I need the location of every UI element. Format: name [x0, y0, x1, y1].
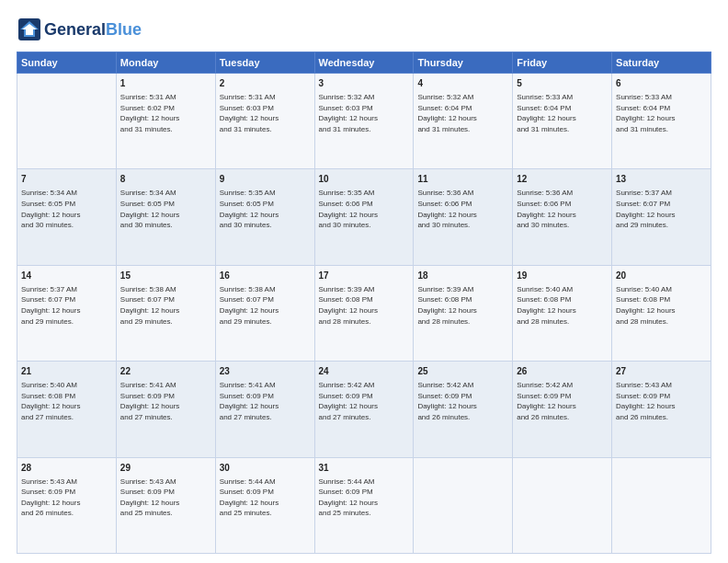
- day-info: Sunrise: 5:41 AMSunset: 6:09 PMDaylight:…: [220, 380, 311, 422]
- day-info: Sunrise: 5:35 AMSunset: 6:06 PMDaylight:…: [319, 188, 410, 230]
- col-header-wednesday: Wednesday: [314, 52, 414, 74]
- calendar-cell: 2Sunrise: 5:31 AMSunset: 6:03 PMDaylight…: [215, 74, 314, 169]
- week-row-1: 1Sunrise: 5:31 AMSunset: 6:02 PMDaylight…: [17, 74, 711, 169]
- day-info: Sunrise: 5:43 AMSunset: 6:09 PMDaylight:…: [120, 477, 211, 519]
- day-info: Sunrise: 5:36 AMSunset: 6:06 PMDaylight:…: [417, 188, 508, 230]
- day-info: Sunrise: 5:33 AMSunset: 6:04 PMDaylight:…: [616, 92, 707, 134]
- calendar-cell: 6Sunrise: 5:33 AMSunset: 6:04 PMDaylight…: [612, 74, 711, 169]
- calendar-cell: 25Sunrise: 5:42 AMSunset: 6:09 PMDayligh…: [414, 362, 513, 457]
- calendar-cell: 27Sunrise: 5:43 AMSunset: 6:09 PMDayligh…: [612, 362, 711, 457]
- day-number: 27: [616, 365, 707, 378]
- col-header-friday: Friday: [513, 52, 612, 74]
- calendar-cell: 7Sunrise: 5:34 AMSunset: 6:05 PMDaylight…: [17, 169, 117, 265]
- day-number: 6: [616, 77, 707, 90]
- day-number: 19: [517, 270, 608, 282]
- calendar-cell: [414, 457, 513, 553]
- day-info: Sunrise: 5:42 AMSunset: 6:09 PMDaylight:…: [319, 380, 410, 422]
- day-info: Sunrise: 5:40 AMSunset: 6:08 PMDaylight:…: [616, 284, 707, 327]
- day-info: Sunrise: 5:37 AMSunset: 6:07 PMDaylight:…: [21, 284, 112, 327]
- logo-icon: [17, 17, 42, 42]
- col-header-tuesday: Tuesday: [215, 52, 314, 74]
- day-number: 4: [417, 77, 508, 90]
- calendar-cell: 3Sunrise: 5:32 AMSunset: 6:03 PMDaylight…: [314, 74, 414, 169]
- day-number: 10: [319, 173, 410, 186]
- calendar-cell: [612, 457, 711, 553]
- day-number: 9: [220, 173, 311, 186]
- day-info: Sunrise: 5:43 AMSunset: 6:09 PMDaylight:…: [616, 380, 707, 422]
- calendar-cell: 23Sunrise: 5:41 AMSunset: 6:09 PMDayligh…: [215, 362, 314, 457]
- day-number: 18: [417, 270, 508, 282]
- header-row: SundayMondayTuesdayWednesdayThursdayFrid…: [17, 52, 711, 74]
- day-info: Sunrise: 5:40 AMSunset: 6:08 PMDaylight:…: [21, 380, 112, 422]
- calendar-cell: 14Sunrise: 5:37 AMSunset: 6:07 PMDayligh…: [17, 265, 117, 361]
- day-info: Sunrise: 5:38 AMSunset: 6:07 PMDaylight:…: [120, 284, 211, 327]
- day-number: 12: [517, 173, 608, 186]
- day-info: Sunrise: 5:32 AMSunset: 6:04 PMDaylight:…: [417, 92, 508, 134]
- calendar-cell: 5Sunrise: 5:33 AMSunset: 6:04 PMDaylight…: [513, 74, 612, 169]
- page: GeneralBlue SundayMondayTuesdayWednesday…: [0, 0, 728, 563]
- day-number: 5: [517, 77, 608, 90]
- day-number: 17: [319, 270, 410, 282]
- calendar-cell: 28Sunrise: 5:43 AMSunset: 6:09 PMDayligh…: [17, 457, 117, 553]
- calendar-cell: 9Sunrise: 5:35 AMSunset: 6:05 PMDaylight…: [215, 169, 314, 265]
- week-row-2: 7Sunrise: 5:34 AMSunset: 6:05 PMDaylight…: [17, 169, 711, 265]
- day-number: 3: [319, 77, 410, 90]
- day-info: Sunrise: 5:33 AMSunset: 6:04 PMDaylight:…: [517, 92, 608, 134]
- day-info: Sunrise: 5:42 AMSunset: 6:09 PMDaylight:…: [517, 380, 608, 422]
- day-number: 14: [21, 270, 112, 282]
- col-header-saturday: Saturday: [612, 52, 711, 74]
- day-number: 24: [319, 365, 410, 378]
- day-number: 21: [21, 365, 112, 378]
- day-info: Sunrise: 5:34 AMSunset: 6:05 PMDaylight:…: [21, 188, 112, 230]
- week-row-4: 21Sunrise: 5:40 AMSunset: 6:08 PMDayligh…: [17, 362, 711, 457]
- week-row-3: 14Sunrise: 5:37 AMSunset: 6:07 PMDayligh…: [17, 265, 711, 361]
- calendar-cell: 4Sunrise: 5:32 AMSunset: 6:04 PMDaylight…: [414, 74, 513, 169]
- calendar-cell: 30Sunrise: 5:44 AMSunset: 6:09 PMDayligh…: [215, 457, 314, 553]
- day-info: Sunrise: 5:32 AMSunset: 6:03 PMDaylight:…: [319, 92, 410, 134]
- day-number: 13: [616, 173, 707, 186]
- calendar-cell: 12Sunrise: 5:36 AMSunset: 6:06 PMDayligh…: [513, 169, 612, 265]
- day-number: 2: [220, 77, 311, 90]
- calendar-cell: 8Sunrise: 5:34 AMSunset: 6:05 PMDaylight…: [116, 169, 215, 265]
- week-row-5: 28Sunrise: 5:43 AMSunset: 6:09 PMDayligh…: [17, 457, 711, 553]
- day-number: 22: [120, 365, 211, 378]
- day-number: 15: [120, 270, 211, 282]
- calendar-cell: 31Sunrise: 5:44 AMSunset: 6:09 PMDayligh…: [314, 457, 414, 553]
- day-info: Sunrise: 5:37 AMSunset: 6:07 PMDaylight:…: [616, 188, 707, 230]
- day-info: Sunrise: 5:40 AMSunset: 6:08 PMDaylight:…: [517, 284, 608, 327]
- day-info: Sunrise: 5:38 AMSunset: 6:07 PMDaylight:…: [220, 284, 311, 327]
- day-number: 30: [220, 462, 311, 475]
- day-info: Sunrise: 5:31 AMSunset: 6:02 PMDaylight:…: [120, 92, 211, 134]
- calendar-cell: 13Sunrise: 5:37 AMSunset: 6:07 PMDayligh…: [612, 169, 711, 265]
- calendar-cell: [513, 457, 612, 553]
- day-number: 29: [120, 462, 211, 475]
- calendar-table: SundayMondayTuesdayWednesdayThursdayFrid…: [17, 52, 711, 554]
- logo: GeneralBlue: [17, 17, 142, 42]
- day-info: Sunrise: 5:44 AMSunset: 6:09 PMDaylight:…: [220, 477, 311, 519]
- day-number: 16: [220, 270, 311, 282]
- day-number: 31: [319, 462, 410, 475]
- day-info: Sunrise: 5:36 AMSunset: 6:06 PMDaylight:…: [517, 188, 608, 230]
- day-info: Sunrise: 5:43 AMSunset: 6:09 PMDaylight:…: [21, 477, 112, 519]
- calendar-cell: 19Sunrise: 5:40 AMSunset: 6:08 PMDayligh…: [513, 265, 612, 361]
- day-number: 7: [21, 173, 112, 186]
- day-number: 20: [616, 270, 707, 282]
- calendar-cell: 10Sunrise: 5:35 AMSunset: 6:06 PMDayligh…: [314, 169, 414, 265]
- day-number: 8: [120, 173, 211, 186]
- day-number: 1: [120, 77, 211, 90]
- calendar-cell: 1Sunrise: 5:31 AMSunset: 6:02 PMDaylight…: [116, 74, 215, 169]
- day-info: Sunrise: 5:44 AMSunset: 6:09 PMDaylight:…: [319, 477, 410, 519]
- day-info: Sunrise: 5:39 AMSunset: 6:08 PMDaylight:…: [417, 284, 508, 327]
- calendar-cell: 16Sunrise: 5:38 AMSunset: 6:07 PMDayligh…: [215, 265, 314, 361]
- day-info: Sunrise: 5:39 AMSunset: 6:08 PMDaylight:…: [319, 284, 410, 327]
- calendar-cell: 21Sunrise: 5:40 AMSunset: 6:08 PMDayligh…: [17, 362, 117, 457]
- header: GeneralBlue: [17, 17, 711, 42]
- calendar-cell: 26Sunrise: 5:42 AMSunset: 6:09 PMDayligh…: [513, 362, 612, 457]
- day-number: 26: [517, 365, 608, 378]
- day-info: Sunrise: 5:42 AMSunset: 6:09 PMDaylight:…: [417, 380, 508, 422]
- day-info: Sunrise: 5:35 AMSunset: 6:05 PMDaylight:…: [220, 188, 311, 230]
- day-number: 23: [220, 365, 311, 378]
- calendar-cell: 18Sunrise: 5:39 AMSunset: 6:08 PMDayligh…: [414, 265, 513, 361]
- col-header-monday: Monday: [116, 52, 215, 74]
- calendar-cell: 22Sunrise: 5:41 AMSunset: 6:09 PMDayligh…: [116, 362, 215, 457]
